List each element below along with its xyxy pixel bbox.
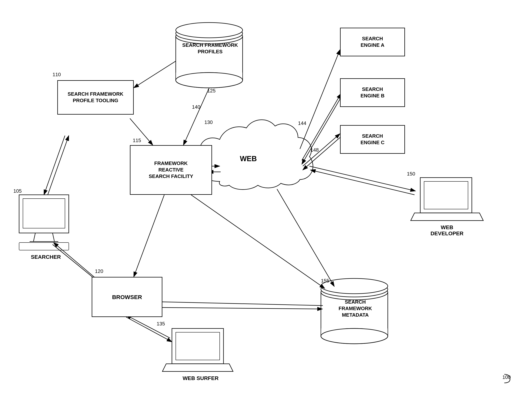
svg-line-35 <box>300 50 340 149</box>
svg-point-12 <box>321 278 388 294</box>
ref-105: 105 <box>13 188 22 194</box>
svg-point-10 <box>321 284 388 300</box>
svg-rect-21 <box>19 243 69 250</box>
ref-150: 150 <box>407 171 415 177</box>
svg-line-41 <box>310 170 415 195</box>
search-framework-profiles-label: SEARCH FRAMEWORKPROFILES <box>180 42 241 55</box>
ref-144: 144 <box>298 120 306 126</box>
search-engine-c-box: SEARCHENGINE C <box>340 125 405 154</box>
svg-point-11 <box>321 282 388 297</box>
svg-line-43 <box>191 195 325 288</box>
search-framework-metadata-label: SEARCHFRAMEWORKMETADATA <box>324 299 387 318</box>
svg-line-31 <box>134 61 176 88</box>
search-engine-c-label: SEARCHENGINE C <box>360 133 385 146</box>
svg-point-3 <box>176 29 243 44</box>
svg-rect-14 <box>321 328 388 336</box>
web-label: WEB <box>233 155 264 163</box>
ref-115: 115 <box>133 138 141 143</box>
svg-point-8 <box>176 72 243 88</box>
svg-line-37 <box>302 97 341 164</box>
ref-130: 130 <box>204 119 213 125</box>
search-engine-a-label: SEARCHENGINE A <box>361 36 385 49</box>
ref-110: 110 <box>52 72 61 78</box>
svg-point-5 <box>176 22 243 38</box>
svg-rect-25 <box>172 328 224 364</box>
svg-line-40 <box>309 166 415 191</box>
svg-line-42 <box>277 189 334 286</box>
ref-125: 125 <box>207 88 215 94</box>
svg-line-18 <box>33 233 35 242</box>
svg-rect-22 <box>420 178 472 213</box>
ref-135: 135 <box>157 321 165 327</box>
svg-rect-23 <box>424 181 468 209</box>
svg-line-49 <box>126 317 172 342</box>
svg-rect-26 <box>176 332 220 360</box>
svg-point-4 <box>176 26 243 41</box>
svg-rect-17 <box>23 199 65 228</box>
diagram: SEARCH FRAMEWORKPROFILE TOOLING FRAMEWOR… <box>0 0 532 406</box>
svg-point-15 <box>321 328 388 344</box>
svg-line-36 <box>302 94 341 160</box>
ref-148: 148 <box>310 147 319 153</box>
searcher-label: SEARCHER <box>19 254 73 260</box>
browser-label: BROWSER <box>112 293 142 301</box>
svg-marker-24 <box>411 213 483 221</box>
svg-line-39 <box>303 138 340 170</box>
svg-point-6 <box>176 72 243 88</box>
web-developer-label: WEBDEVELOPER <box>420 225 474 237</box>
search-engine-b-label: SEARCHENGINE B <box>360 86 385 99</box>
ref-140: 140 <box>192 104 200 110</box>
search-engine-a-box: SEARCHENGINE A <box>340 28 405 56</box>
framework-reactive-search-facility-box: FRAMEWORKREACTIVESEARCH FACILITY <box>130 145 212 195</box>
search-framework-profile-tooling-label: SEARCH FRAMEWORKPROFILE TOOLING <box>68 91 124 104</box>
svg-line-28 <box>48 136 69 195</box>
svg-line-29 <box>44 136 65 195</box>
browser-box: BROWSER <box>92 277 162 317</box>
svg-rect-16 <box>19 195 69 233</box>
svg-point-13 <box>321 328 388 344</box>
ref-155: 155 <box>321 278 329 284</box>
svg-line-38 <box>303 134 340 166</box>
svg-line-32 <box>183 88 209 145</box>
search-engine-b-box: SEARCHENGINE B <box>340 78 405 107</box>
svg-line-44 <box>157 302 323 305</box>
svg-marker-27 <box>162 364 233 371</box>
svg-line-19 <box>52 233 54 242</box>
web-surfer-label: WEB SURFER <box>174 375 227 381</box>
svg-line-45 <box>157 307 322 309</box>
svg-line-48 <box>134 195 164 277</box>
search-framework-profile-tooling-box: SEARCH FRAMEWORKPROFILE TOOLING <box>57 80 134 115</box>
svg-rect-7 <box>176 72 242 80</box>
ref-120: 120 <box>95 268 103 274</box>
framework-reactive-search-facility-label: FRAMEWORKREACTIVESEARCH FACILITY <box>149 160 193 180</box>
